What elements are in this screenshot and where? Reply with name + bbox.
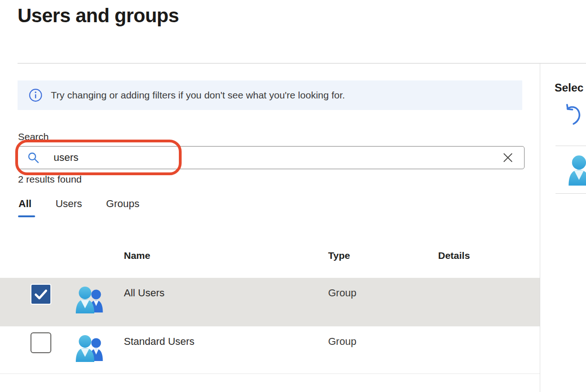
table-row[interactable]: Standard Users Group xyxy=(0,326,540,374)
group-icon xyxy=(72,334,106,364)
side-panel-divider xyxy=(555,193,586,194)
tab-users[interactable]: Users xyxy=(55,198,82,217)
undo-icon[interactable] xyxy=(563,104,583,126)
info-icon xyxy=(29,88,43,102)
row-checkbox-unchecked[interactable] xyxy=(31,332,51,353)
table-row[interactable]: All Users Group xyxy=(0,278,540,326)
results-count: 2 results found xyxy=(18,174,82,185)
column-header-details: Details xyxy=(438,250,470,261)
tab-all[interactable]: All xyxy=(18,198,31,217)
filter-tabs: All Users Groups xyxy=(18,198,164,217)
column-header-type: Type xyxy=(328,250,350,261)
selected-group-icon xyxy=(565,154,586,188)
side-panel-title: Selec xyxy=(555,81,584,94)
row-type: Group xyxy=(328,336,356,348)
search-icon xyxy=(27,152,40,164)
row-name: Standard Users xyxy=(124,336,195,348)
row-name: All Users xyxy=(124,287,165,299)
info-banner: Try changing or adding filters if you do… xyxy=(18,80,522,110)
tab-users-label: Users xyxy=(55,198,82,209)
tab-groups[interactable]: Groups xyxy=(106,198,140,217)
search-box[interactable] xyxy=(18,146,525,169)
side-panel-divider xyxy=(555,146,586,146)
banner-message: Try changing or adding filters if you do… xyxy=(51,90,345,101)
page-title: Users and groups xyxy=(18,5,179,27)
table-header: Name Type Details xyxy=(0,250,540,264)
tab-all-label: All xyxy=(18,198,31,209)
row-checkbox-checked[interactable] xyxy=(31,284,51,305)
active-tab-underline xyxy=(18,215,35,217)
checkmark-icon xyxy=(31,285,50,304)
row-type: Group xyxy=(328,287,356,299)
search-input[interactable] xyxy=(54,152,500,164)
group-icon xyxy=(72,286,106,315)
column-header-name: Name xyxy=(124,250,150,261)
tab-groups-label: Groups xyxy=(106,198,140,209)
panel-divider xyxy=(540,63,540,392)
header-divider xyxy=(18,63,586,64)
search-label: Search xyxy=(18,131,49,142)
clear-icon[interactable] xyxy=(500,150,516,165)
